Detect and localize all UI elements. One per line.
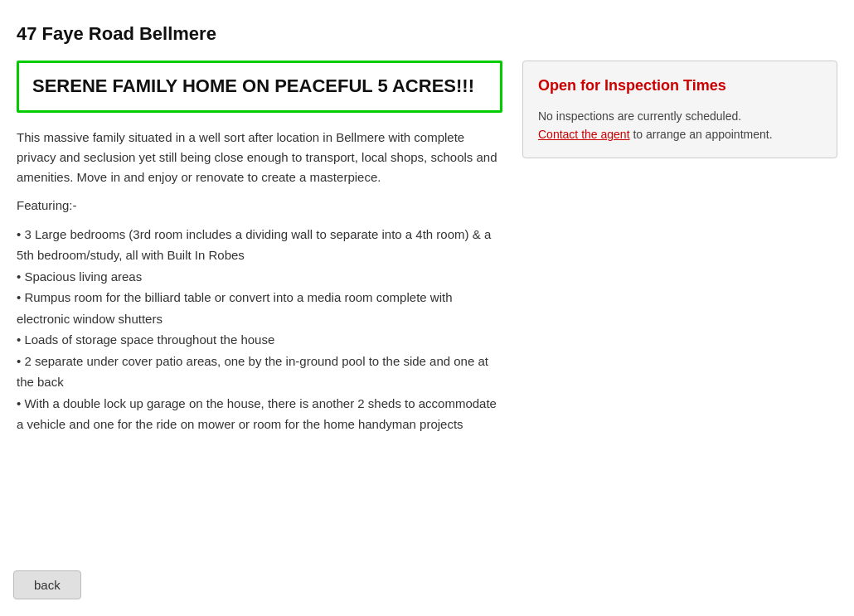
feature-item-4: • Loads of storage space throughout the … (17, 329, 502, 351)
appointment-text: to arrange an appointment. (630, 128, 773, 141)
page-title: 47 Faye Road Bellmere (17, 20, 837, 47)
feature-item-1: • 3 Large bedrooms (3rd room includes a … (17, 224, 502, 266)
back-button[interactable]: back (13, 570, 81, 599)
headline-box: SERENE FAMILY HOME ON PEACEFUL 5 ACRES!!… (17, 61, 502, 113)
description-text: This massive family situated in a well s… (17, 128, 502, 187)
no-inspections-text: No inspections are currently scheduled. (538, 109, 741, 123)
inspection-body: No inspections are currently scheduled. … (538, 107, 822, 144)
contact-agent-link[interactable]: Contact the agent (538, 128, 630, 141)
feature-item-3: • Rumpus room for the billiard table or … (17, 287, 502, 329)
features-list: • 3 Large bedrooms (3rd room includes a … (17, 224, 502, 435)
feature-item-6: • With a double lock up garage on the ho… (17, 393, 502, 435)
featuring-label: Featuring:- (17, 196, 502, 216)
inspection-title: Open for Inspection Times (538, 75, 822, 97)
headline-text: SERENE FAMILY HOME ON PEACEFUL 5 ACRES!!… (32, 75, 487, 99)
feature-item-5: • 2 separate under cover patio areas, on… (17, 351, 502, 393)
inspection-box: Open for Inspection Times No inspections… (522, 61, 837, 158)
feature-item-2: • Spacious living areas (17, 266, 502, 288)
left-column: SERENE FAMILY HOME ON PEACEFUL 5 ACRES!!… (17, 61, 502, 435)
right-column: Open for Inspection Times No inspections… (522, 61, 837, 158)
